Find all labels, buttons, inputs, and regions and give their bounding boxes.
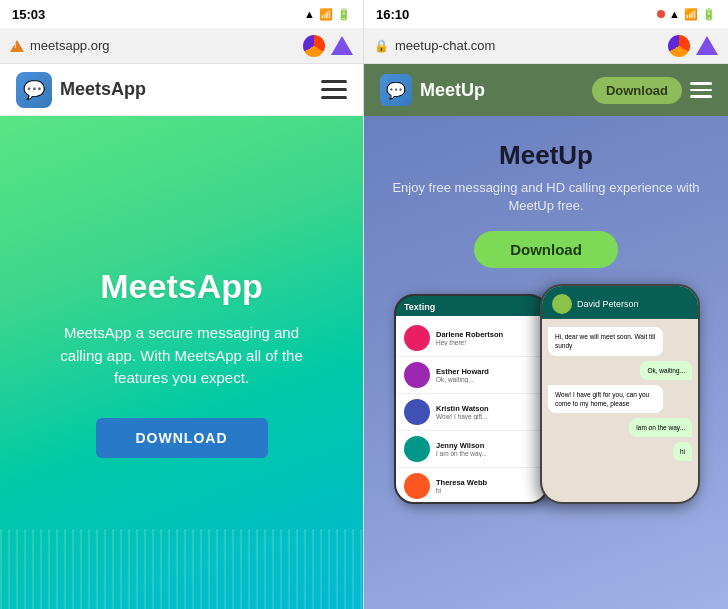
url-right: meetup-chat.com (395, 38, 495, 53)
chat-name-2: Esther Howard (436, 367, 539, 376)
hamburger-menu-left[interactable] (321, 80, 347, 99)
hamburger-right-line-1 (690, 82, 712, 85)
logo-text-left: MeetsApp (60, 79, 146, 100)
browser-icons-right (668, 35, 718, 57)
phone-front-header: David Peterson (542, 286, 698, 319)
lock-icon: 🔒 (374, 39, 389, 53)
chat-avatar-2 (404, 362, 430, 388)
chat-name-3: Kristin Watson (436, 404, 539, 413)
chat-item-2: Esther Howard Ok, waiting... (396, 357, 547, 394)
brave-rewards-icon-right (696, 36, 718, 55)
hamburger-right-line-3 (690, 95, 712, 98)
time-left: 15:03 (12, 7, 45, 22)
phone-back-header: Texting (396, 296, 547, 316)
address-text-right: 🔒 meetup-chat.com (374, 38, 495, 53)
wifi-icon: 📶 (319, 8, 333, 21)
hamburger-line-1 (321, 80, 347, 83)
phones-container: Texting Darlene Robertson Hey there! (384, 284, 708, 609)
chat-name-4: Jenny Wilson (436, 441, 539, 450)
nav-right-actions: Download (592, 77, 712, 104)
browser-icons-left (303, 35, 353, 57)
nav-bar-left: 💬 MeetsApp (0, 64, 363, 116)
phone-front-mockup: David Peterson Hi, dear we will meet soo… (540, 284, 700, 504)
chat-name-5: Theresa Webb (436, 478, 539, 487)
wifi-icon-right: 📶 (684, 8, 698, 21)
msg-4: lam on the way... (629, 418, 692, 437)
chat-info-3: Kristin Watson Wow! I have gift... (436, 404, 539, 420)
chat-avatar-5 (404, 473, 430, 499)
hamburger-right-line-2 (690, 89, 712, 92)
logo-icon-left: 💬 (16, 72, 52, 108)
hero-description-left: MeetsApp a secure messaging and calling … (52, 322, 312, 390)
phone-front-contact: David Peterson (577, 299, 639, 309)
battery-icon: 🔋 (337, 8, 351, 21)
chat-item-4: Jenny Wilson I am on the way... (396, 431, 547, 468)
logo-left: 💬 MeetsApp (16, 72, 146, 108)
phone-back-screen: Texting Darlene Robertson Hey there! (396, 296, 547, 502)
status-bar-left: 15:03 ▲ 📶 🔋 (0, 0, 363, 28)
download-button-nav[interactable]: Download (592, 77, 682, 104)
download-button-right[interactable]: Download (474, 231, 618, 268)
chat-item-1: Darlene Robertson Hey there! (396, 320, 547, 357)
chat-messages: Hi, dear we will meet soon. Wait till su… (542, 319, 698, 502)
chat-avatar-3 (404, 399, 430, 425)
logo-right: 💬 MeetUp (380, 74, 485, 106)
chat-item-5: Theresa Webb hi (396, 468, 547, 502)
brave-icon-left (303, 35, 325, 57)
chat-msg-3: Wow! I have gift... (436, 413, 539, 420)
hero-left: MeetsApp MeetsApp a secure messaging and… (0, 116, 363, 609)
chat-name-1: Darlene Robertson (436, 330, 539, 339)
chat-info-2: Esther Howard Ok, waiting... (436, 367, 539, 383)
hero-title-left: MeetsApp (100, 267, 262, 306)
download-button-left[interactable]: DOWNLOAD (96, 418, 268, 458)
phone-front-screen: David Peterson Hi, dear we will meet soo… (542, 286, 698, 502)
status-icons-right: ▲ 📶 🔋 (657, 8, 716, 21)
chat-front-avatar (552, 294, 572, 314)
time-right: 16:10 (376, 7, 409, 22)
brave-icon-right (668, 35, 690, 57)
logo-emoji-right: 💬 (386, 81, 406, 100)
hamburger-line-2 (321, 88, 347, 91)
msg-1: Hi, dear we will meet soon. Wait till su… (548, 327, 663, 355)
status-bar-right: 16:10 ▲ 📶 🔋 (364, 0, 728, 28)
chat-avatar-1 (404, 325, 430, 351)
left-panel: 15:03 ▲ 📶 🔋 meetsapp.org 💬 MeetsApp (0, 0, 364, 609)
right-panel: 16:10 ▲ 📶 🔋 🔒 meetup-chat.com 💬 MeetUp D… (364, 0, 728, 609)
hamburger-line-3 (321, 96, 347, 99)
chat-msg-2: Ok, waiting... (436, 376, 539, 383)
phone-back-mockup: Texting Darlene Robertson Hey there! (394, 294, 549, 504)
address-text-left: meetsapp.org (10, 38, 110, 53)
chat-info-1: Darlene Robertson Hey there! (436, 330, 539, 346)
battery-icon-right: 🔋 (702, 8, 716, 21)
hamburger-menu-right[interactable] (690, 82, 712, 98)
chat-item-3: Kristin Watson Wow! I have gift... (396, 394, 547, 431)
address-bar-left[interactable]: meetsapp.org (0, 28, 363, 64)
chat-list: Darlene Robertson Hey there! Esther Howa… (396, 316, 547, 502)
brave-rewards-icon-left (331, 36, 353, 55)
chat-msg-4: I am on the way... (436, 450, 539, 457)
address-bar-right[interactable]: 🔒 meetup-chat.com (364, 28, 728, 64)
logo-icon-right: 💬 (380, 74, 412, 106)
warning-icon (10, 40, 24, 52)
record-icon (657, 10, 665, 18)
signal-icon: ▲ (304, 8, 315, 20)
msg-5: hi (673, 442, 692, 461)
hero-right: MeetUp Enjoy free messaging and HD calli… (364, 116, 728, 609)
chat-msg-1: Hey there! (436, 339, 539, 346)
status-icons-left: ▲ 📶 🔋 (304, 8, 351, 21)
chat-info-5: Theresa Webb hi (436, 478, 539, 494)
chat-msg-5: hi (436, 487, 539, 494)
msg-3: Wow! I have gift for you, can you come t… (548, 385, 663, 413)
logo-emoji-left: 💬 (23, 79, 45, 101)
msg-2: Ok, waiting... (640, 361, 692, 380)
signal-icon-right: ▲ (669, 8, 680, 20)
chat-avatar-4 (404, 436, 430, 462)
url-left: meetsapp.org (30, 38, 110, 53)
hero-title-right: MeetUp (499, 140, 593, 171)
logo-text-right: MeetUp (420, 80, 485, 101)
nav-bar-right: 💬 MeetUp Download (364, 64, 728, 116)
hero-subtitle-right: Enjoy free messaging and HD calling expe… (384, 179, 708, 215)
chat-info-4: Jenny Wilson I am on the way... (436, 441, 539, 457)
